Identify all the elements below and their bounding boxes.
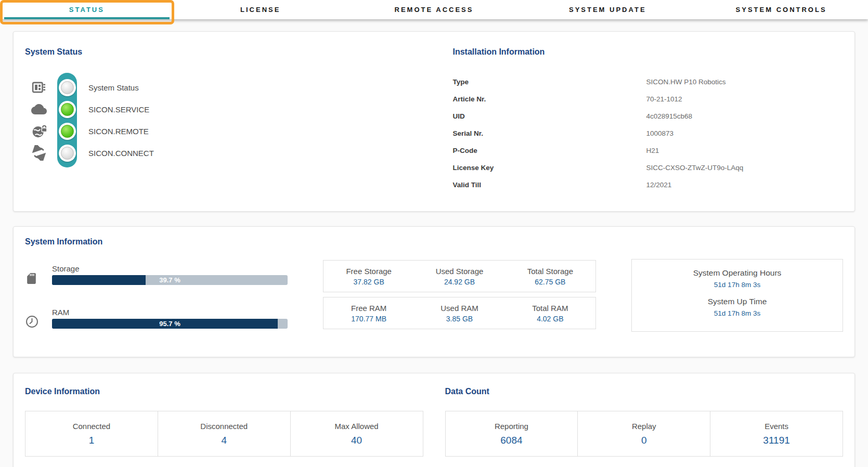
tab-bar: STATUS LICENSE REMOTE ACCESS SYSTEM UPDA… [0, 0, 868, 19]
gauge-label: RAM [52, 308, 288, 317]
globe-lock-icon [25, 124, 53, 139]
kv-value: H21 [646, 147, 659, 154]
status-label: System Status [81, 83, 254, 92]
kv-label: Valid Till [453, 181, 646, 189]
tab-active-indicator [4, 17, 170, 19]
stat-cell: Free Storage 37.82 GB [323, 261, 414, 292]
kv-row: Valid Till12/2021 [453, 176, 844, 193]
kv-value: 1000873 [646, 129, 674, 137]
count-value: 40 [351, 435, 362, 446]
status-card: System Status System Status [13, 31, 855, 212]
uptime-label: System Operating Hours [693, 268, 782, 278]
tab-license[interactable]: LICENSE [174, 0, 347, 19]
stat-value: 62.75 GB [535, 278, 565, 286]
status-led [59, 101, 76, 118]
system-info-card: System Information Storage 39.7 % [13, 226, 855, 357]
stat-label: Used Storage [436, 267, 484, 276]
kv-value: 12/2021 [646, 181, 672, 189]
stat-value: 170.77 MB [351, 315, 386, 323]
gauges-section: System Information Storage 39.7 % [25, 237, 288, 346]
kv-value: SICON.HW P10 Robotics [646, 78, 726, 86]
device-info-box: Connected 1 Disconnected 4 Max Allowed 4… [25, 411, 423, 457]
stat-cell: Free RAM 170.77 MB [323, 297, 414, 329]
count-label: Reporting [495, 422, 528, 431]
sd-card-icon [25, 272, 52, 285]
kv-row: UID4c028915cb68 [453, 108, 844, 125]
uptime-value: 51d 17h 8m 3s [714, 281, 760, 289]
kv-row: TypeSICON.HW P10 Robotics [453, 73, 844, 90]
kv-row: Serial Nr.1000873 [453, 125, 844, 142]
count-cell: Connected 1 [25, 411, 158, 456]
memory-stats-section: Free Storage 37.82 GB Used Storage 24.92… [323, 237, 596, 346]
status-label: SICON.SERVICE [81, 105, 254, 114]
system-info-title: System Information [25, 237, 288, 247]
stat-value: 24.92 GB [444, 278, 475, 286]
kv-label: Serial Nr. [453, 129, 646, 137]
kv-label: Type [453, 78, 646, 86]
count-value: 6084 [500, 435, 522, 446]
kv-value: 70-21-1012 [646, 95, 682, 103]
kv-value: 4c028915cb68 [646, 112, 693, 120]
status-row: SICON.REMOTE [25, 120, 254, 142]
status-label: SICON.REMOTE [81, 127, 254, 136]
count-value: 31191 [763, 435, 789, 446]
counters-card: Device Information Connected 1 Disconnec… [13, 373, 855, 467]
stat-cell: Used RAM 3.85 GB [414, 297, 504, 329]
tab-system-controls[interactable]: SYSTEM CONTROLS [694, 0, 868, 19]
tab-system-update[interactable]: SYSTEM UPDATE [521, 0, 694, 19]
kv-row: Article Nr.70-21-1012 [453, 90, 844, 108]
status-row: SICON.SERVICE [25, 98, 254, 120]
stat-value: 37.82 GB [354, 278, 384, 286]
stat-cell: Total RAM 4.02 GB [505, 297, 595, 329]
storage-progress-bar: 39.7 % [52, 275, 288, 285]
count-label: Disconnected [200, 422, 248, 431]
tab-label: SYSTEM CONTROLS [736, 6, 827, 14]
stat-cell: Used Storage 24.92 GB [414, 261, 504, 292]
count-value: 4 [221, 435, 227, 446]
status-led [59, 123, 76, 140]
stat-cell: Total Storage 62.75 GB [505, 261, 595, 292]
stat-value: 3.85 GB [446, 315, 473, 323]
storage-stats-box: Free Storage 37.82 GB Used Storage 24.92… [323, 260, 596, 292]
count-label: Connected [73, 422, 111, 431]
tab-status[interactable]: STATUS [0, 0, 174, 19]
tab-label: SYSTEM UPDATE [569, 6, 646, 14]
installation-rows: TypeSICON.HW P10 Robotics Article Nr.70-… [453, 73, 844, 193]
stat-label: Total Storage [527, 267, 573, 276]
data-count-box: Reporting 6084 Replay 0 Events 31191 [445, 411, 844, 457]
count-cell: Max Allowed 40 [290, 411, 423, 456]
data-count-title: Data Count [445, 387, 844, 396]
stat-label: Total RAM [532, 304, 568, 313]
system-status-section: System Status System Status [25, 47, 434, 201]
stat-label: Used RAM [441, 304, 478, 313]
count-cell: Replay 0 [577, 411, 710, 456]
ram-gauge: RAM 95.7 % [25, 308, 288, 329]
system-status-title: System Status [25, 47, 434, 57]
uptime-label: System Up Time [708, 297, 767, 306]
progress-label: 39.7 % [52, 275, 288, 285]
status-label: SICON.CONNECT [81, 149, 254, 158]
kv-label: UID [453, 112, 646, 120]
kv-row: License KeySICC-CXSO-ZTwZ-UT9o-LAqq [453, 159, 844, 176]
count-cell: Disconnected 4 [158, 411, 290, 456]
tab-remote-access[interactable]: REMOTE ACCESS [347, 0, 521, 19]
count-label: Max Allowed [334, 422, 378, 431]
count-value: 0 [641, 435, 647, 446]
clock-icon [25, 315, 52, 329]
device-info-section: Device Information Connected 1 Disconnec… [25, 387, 423, 457]
tab-label: STATUS [69, 6, 105, 14]
uptime-section: System Operating Hours 51d 17h 8m 3s Sys… [631, 237, 843, 346]
uptime-value: 51d 17h 8m 3s [714, 309, 760, 317]
tab-label: LICENSE [240, 6, 280, 14]
board-icon [25, 81, 53, 94]
kv-row: P-CodeH21 [453, 142, 844, 159]
stat-label: Free Storage [346, 267, 392, 276]
device-info-title: Device Information [25, 387, 423, 396]
progress-label: 95.7 % [52, 319, 288, 329]
ram-progress-bar: 95.7 % [52, 319, 288, 329]
stat-label: Free RAM [351, 304, 386, 313]
data-count-section: Data Count Reporting 6084 Replay 0 Event… [445, 387, 844, 457]
traffic-light: System Status SICON.SERVICE [25, 76, 254, 164]
kv-value: SICC-CXSO-ZTwZ-UT9o-LAqq [646, 164, 744, 172]
count-cell: Events 31191 [710, 411, 843, 456]
